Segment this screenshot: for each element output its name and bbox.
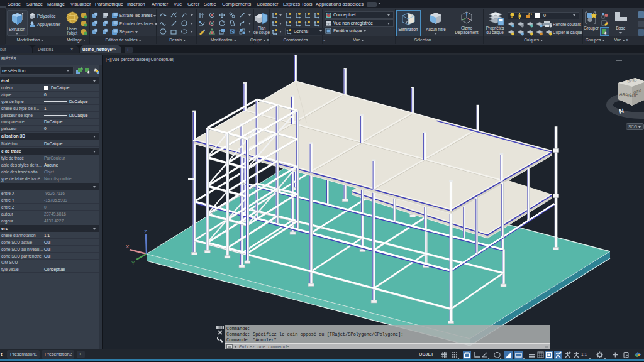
svg-text:Z: Z bbox=[144, 229, 147, 234]
svg-text:N: N bbox=[618, 107, 625, 115]
svg-text:X: X bbox=[126, 244, 130, 250]
svg-text:Y: Y bbox=[131, 260, 135, 266]
